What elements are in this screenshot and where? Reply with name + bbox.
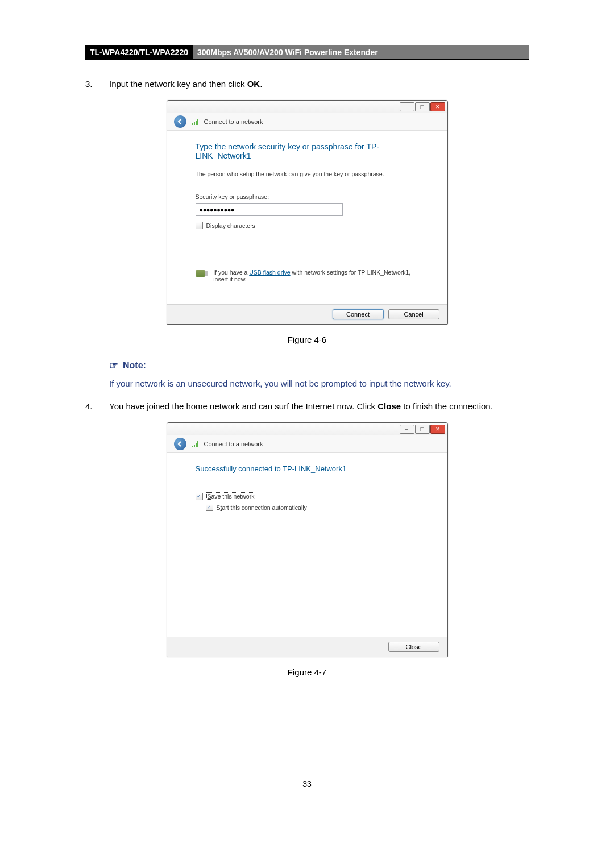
dialog-connect-network-2: – ▢ ✕ Connect to a network Successfully … xyxy=(167,422,448,657)
back-button[interactable] xyxy=(174,438,186,450)
close-button[interactable]: ✕ xyxy=(430,425,445,434)
step-3-text-post: . xyxy=(260,79,262,89)
close-button[interactable]: ✕ xyxy=(430,102,445,111)
connect-button[interactable]: Connect xyxy=(333,309,384,319)
back-button[interactable] xyxy=(174,115,186,128)
save-network-label: Save this network xyxy=(206,492,256,500)
step-3-text-bold: OK xyxy=(247,79,260,89)
dialog2-navbar: Connect to a network xyxy=(167,435,447,453)
maximize-button[interactable]: ▢ xyxy=(415,102,430,111)
note-text: If your network is an unsecured network,… xyxy=(109,379,529,388)
start-automatically-checkbox[interactable]: ✓ xyxy=(206,504,213,511)
screenshot-1-container: – ▢ ✕ Connect to a network Type the netw… xyxy=(167,100,448,325)
header-product: 300Mbps AV500/AV200 WiFi Powerline Exten… xyxy=(193,45,529,59)
document-header: TL-WPA4220/TL-WPA2220 300Mbps AV500/AV20… xyxy=(85,45,529,60)
usb-text-pre: If you have a xyxy=(213,269,249,276)
password-value: ●●●●●●●●●● xyxy=(200,206,234,213)
step-3-text: Input the network key and then click OK. xyxy=(109,77,529,91)
note-label-row: ☞ Note: xyxy=(109,359,529,372)
dialog1-main-message: Type the network security key or passphr… xyxy=(196,142,419,160)
step-4-text-pre: You have joined the home network and can… xyxy=(109,401,377,411)
dialog1-titlebar: – ▢ ✕ xyxy=(167,101,447,113)
display-characters-checkbox[interactable] xyxy=(196,222,203,229)
dialog-connect-network-1: – ▢ ✕ Connect to a network Type the netw… xyxy=(167,100,448,325)
dialog2-success-message: Successfully connected to TP-LINK_Networ… xyxy=(196,464,419,473)
display-characters-label: Display characters xyxy=(206,222,255,229)
maximize-button[interactable]: ▢ xyxy=(415,425,430,434)
cancel-button[interactable]: Cancel xyxy=(388,309,439,319)
step-3-text-pre: Input the network key and then click xyxy=(109,79,247,89)
dialog2-body: Successfully connected to TP-LINK_Networ… xyxy=(167,453,447,637)
signal-icon xyxy=(192,441,198,447)
step-4-text-bold: Close xyxy=(377,401,401,411)
step-4-text: You have joined the home network and can… xyxy=(109,400,529,413)
minimize-button[interactable]: – xyxy=(400,102,414,111)
usb-flash-drive-link[interactable]: USB flash drive xyxy=(249,269,290,276)
figure-4-7-caption: Figure 4-7 xyxy=(85,667,529,677)
dialog2-nav-title: Connect to a network xyxy=(204,441,263,447)
figure-4-6-caption: Figure 4-6 xyxy=(85,335,529,344)
dialog1-footer: Connect Cancel xyxy=(167,304,447,324)
back-arrow-icon xyxy=(177,118,184,125)
dialog2-footer: Close xyxy=(167,637,447,657)
step-3: 3. Input the network key and then click … xyxy=(85,77,529,91)
security-key-label: Security key or passphrase: xyxy=(196,193,419,200)
start-automatically-row[interactable]: ✓ Start this connection automatically xyxy=(206,504,419,511)
step-3-number: 3. xyxy=(85,77,109,91)
step-4: 4. You have joined the home network and … xyxy=(85,400,529,413)
signal-icon xyxy=(192,118,198,125)
header-model: TL-WPA4220/TL-WPA2220 xyxy=(85,45,193,59)
note-label-text: Note: xyxy=(123,360,146,371)
save-network-row[interactable]: ✓ Save this network xyxy=(196,492,419,500)
close-dialog-button[interactable]: Close xyxy=(388,642,439,652)
usb-hint-row: If you have a USB flash drive with netwo… xyxy=(196,269,419,283)
dialog2-titlebar: – ▢ ✕ xyxy=(167,423,447,435)
dialog1-nav-title: Connect to a network xyxy=(204,118,263,125)
save-network-checkbox[interactable]: ✓ xyxy=(196,493,203,500)
pointer-icon: ☞ xyxy=(109,359,118,372)
display-characters-row[interactable]: Display characters xyxy=(196,222,419,229)
dialog1-body: Type the network security key or passphr… xyxy=(167,131,447,304)
step-4-text-post: to finish the connection. xyxy=(401,401,493,411)
dialog1-sub-message: The person who setup the network can giv… xyxy=(196,171,419,177)
note-block: ☞ Note: If your network is an unsecured … xyxy=(109,359,529,388)
start-automatically-label: Start this connection automatically xyxy=(217,504,307,511)
step-4-number: 4. xyxy=(85,400,109,413)
minimize-button[interactable]: – xyxy=(400,425,414,434)
dialog1-navbar: Connect to a network xyxy=(167,113,447,131)
page-number: 33 xyxy=(85,779,529,788)
screenshot-2-container: – ▢ ✕ Connect to a network Successfully … xyxy=(167,422,448,657)
usb-drive-icon xyxy=(196,270,206,277)
back-arrow-icon xyxy=(177,441,184,447)
security-key-input[interactable]: ●●●●●●●●●● xyxy=(196,203,343,216)
usb-hint-text: If you have a USB flash drive with netwo… xyxy=(213,269,418,283)
